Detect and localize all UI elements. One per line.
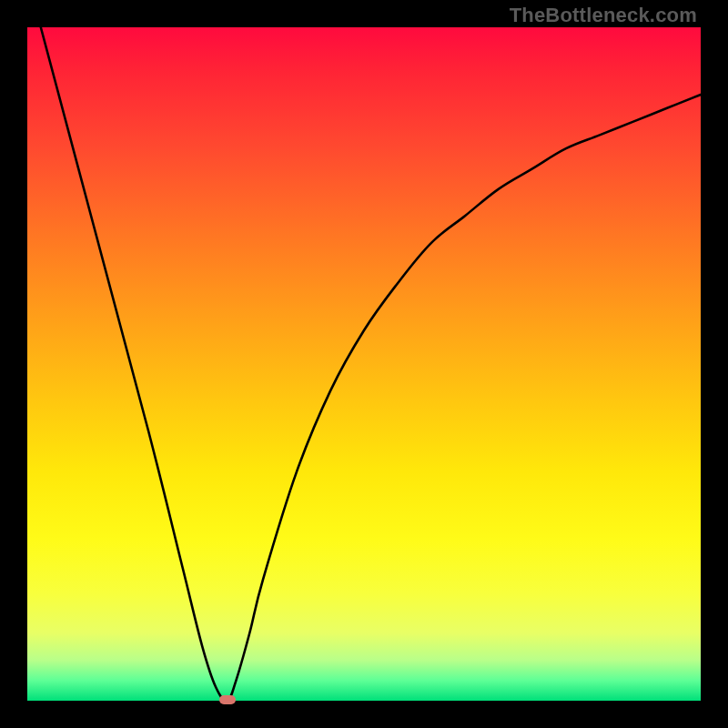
min-marker-icon <box>219 695 236 704</box>
bottleneck-curve <box>27 27 701 701</box>
watermark-label: TheBottleneck.com <box>510 4 697 27</box>
chart-frame: TheBottleneck.com <box>0 0 728 728</box>
